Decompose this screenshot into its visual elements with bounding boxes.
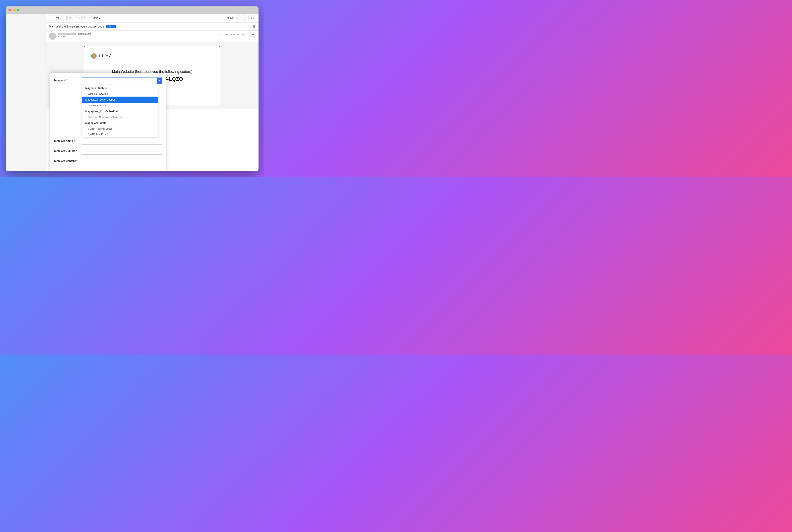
info-button[interactable]: i bbox=[61, 15, 66, 21]
content-area: ← i ▾ ▾ More ▾ bbox=[6, 14, 258, 171]
dropdown-item-bettercoupon[interactable]: Mageplaza_BetterCoupon bbox=[82, 97, 158, 103]
sender-name-blurred bbox=[58, 33, 76, 35]
mac-window: ← i ▾ ▾ More ▾ bbox=[6, 6, 258, 171]
template-content-label: Template Content * bbox=[54, 158, 82, 163]
reply-button[interactable]: ↩ bbox=[250, 33, 255, 37]
delete-button[interactable] bbox=[67, 15, 73, 21]
email-subject: Main Website Store sent you a coupon cod… bbox=[49, 25, 104, 28]
template-subject-input[interactable] bbox=[82, 148, 162, 155]
close-button[interactable] bbox=[8, 8, 11, 11]
email-time: 9:02 AM (48 minutes ago) ☆ ↩ bbox=[220, 33, 255, 37]
avatar bbox=[49, 33, 56, 40]
archive-button[interactable] bbox=[55, 15, 60, 21]
svg-rect-5 bbox=[69, 17, 71, 19]
dropdown-group-smtp: Mageplaza_Smtp bbox=[82, 120, 158, 126]
dropdown-group-cronschedule: Mageplaza_CronSchedule bbox=[82, 108, 158, 114]
titlebar bbox=[6, 6, 258, 14]
settings-button[interactable]: ⚙ ▾ bbox=[249, 15, 256, 21]
dropdown-item-default-template[interactable]: Default Template bbox=[82, 103, 158, 108]
template-subject-label: Template Subject * bbox=[54, 148, 82, 153]
to-me: to me ▾ bbox=[58, 35, 220, 38]
template-dropdown-menu: Magento_Wishlist Wish List Sharing Magep… bbox=[82, 85, 158, 137]
print-icon[interactable]: 🖨 bbox=[252, 25, 255, 28]
maximize-button[interactable] bbox=[17, 8, 19, 11]
template-name-row: Template Name * bbox=[54, 138, 162, 145]
remove-inbox-badge[interactable]: ✕ bbox=[113, 25, 115, 27]
template-input-wrapper: ▾ bbox=[82, 77, 162, 84]
toolbar-right: 2 of 479 ‹ › ⚙ ▾ bbox=[225, 15, 256, 21]
sender-name: @gmail.com bbox=[58, 33, 220, 35]
svg-point-10 bbox=[85, 17, 85, 18]
svg-rect-1 bbox=[56, 17, 59, 17]
template-row: Template * ▾ bbox=[54, 77, 162, 84]
tag-button[interactable]: ▾ bbox=[82, 15, 90, 21]
pagination-info: 2 of 479 bbox=[225, 17, 233, 19]
more-button[interactable]: More ▾ bbox=[91, 15, 102, 21]
dropdown-group-wishlist: Magento_Wishlist bbox=[82, 85, 158, 91]
dropdown-item-wishlist-sharing[interactable]: Wish List Sharing bbox=[82, 91, 158, 97]
email-viewer: ← i ▾ ▾ More ▾ bbox=[46, 14, 258, 171]
folder-button[interactable]: ▾ bbox=[74, 15, 82, 21]
star-icon[interactable]: ☆ bbox=[247, 33, 249, 36]
minimize-button[interactable] bbox=[13, 8, 15, 11]
dropdown-item-smtp-resend[interactable]: SMTP Resend Email bbox=[82, 126, 158, 132]
inbox-badge: Inbox ✕ bbox=[106, 25, 116, 28]
template-subject-row: Template Subject * bbox=[54, 148, 162, 155]
template-name-label: Template Name * bbox=[54, 138, 82, 142]
sender-info: @gmail.com to me ▾ bbox=[58, 33, 220, 38]
svg-text:i: i bbox=[64, 17, 64, 19]
form-overlay: Template * ▾ Magento_Wishlist Wish List … bbox=[50, 73, 166, 171]
email-header: @gmail.com to me ▾ 9:02 AM (48 minutes a… bbox=[46, 31, 258, 42]
template-input[interactable] bbox=[82, 77, 157, 84]
svg-rect-0 bbox=[56, 17, 59, 19]
email-subject-bar: Main Website Store sent you a coupon cod… bbox=[46, 23, 258, 31]
luma-brand-text: LUMA bbox=[99, 54, 112, 58]
template-name-input[interactable] bbox=[82, 138, 162, 145]
template-label: Template * bbox=[54, 77, 82, 82]
prev-email-button[interactable]: ‹ bbox=[235, 15, 240, 21]
sender-email: @gmail.com bbox=[77, 33, 91, 35]
next-email-button[interactable]: › bbox=[242, 15, 247, 21]
email-toolbar: ← i ▾ ▾ More ▾ bbox=[46, 14, 258, 23]
to-me-expand[interactable]: ▾ bbox=[64, 35, 65, 38]
sidebar bbox=[6, 14, 46, 171]
luma-logo: LUMA bbox=[90, 52, 214, 60]
dropdown-item-cron-notification[interactable]: Cron Job Notification Template bbox=[82, 114, 158, 120]
dropdown-item-smtp-test[interactable]: SMTP Test Email bbox=[82, 132, 158, 137]
luma-logo-icon bbox=[90, 52, 98, 60]
back-button[interactable]: ← bbox=[48, 15, 54, 21]
template-dropdown-button[interactable]: ▾ bbox=[157, 77, 162, 84]
template-content-row: Template Content * bbox=[54, 158, 162, 163]
